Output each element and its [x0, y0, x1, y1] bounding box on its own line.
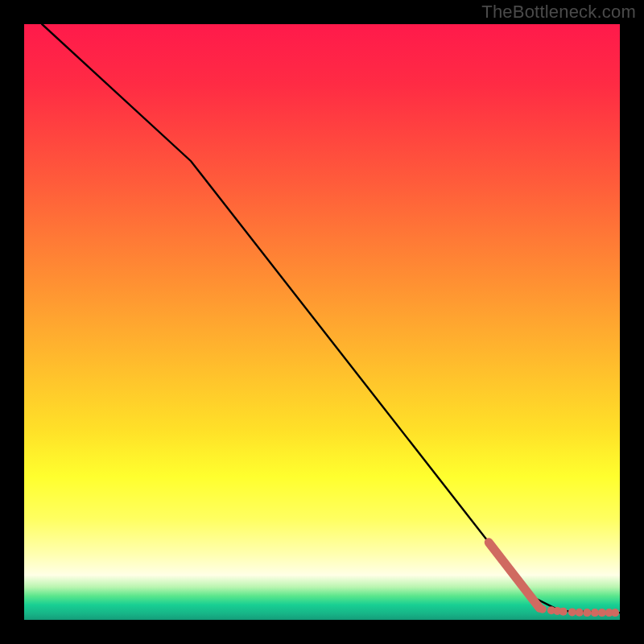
marker-dot [598, 609, 606, 617]
marker-dot [583, 609, 591, 617]
plot-area [24, 24, 620, 620]
marker-dot [591, 609, 599, 617]
marker-segment [489, 543, 539, 608]
chart-overlay [24, 24, 620, 620]
marker-dot [568, 608, 576, 616]
watermark-text: TheBottleneck.com [481, 2, 636, 23]
marker-dot [539, 605, 547, 613]
marker-dot [611, 609, 619, 617]
bottleneck-curve [42, 24, 620, 613]
marker-dots [539, 605, 619, 617]
chart-stage: TheBottleneck.com [0, 0, 644, 644]
marker-dot [576, 609, 584, 617]
marker-dot [559, 608, 568, 616]
